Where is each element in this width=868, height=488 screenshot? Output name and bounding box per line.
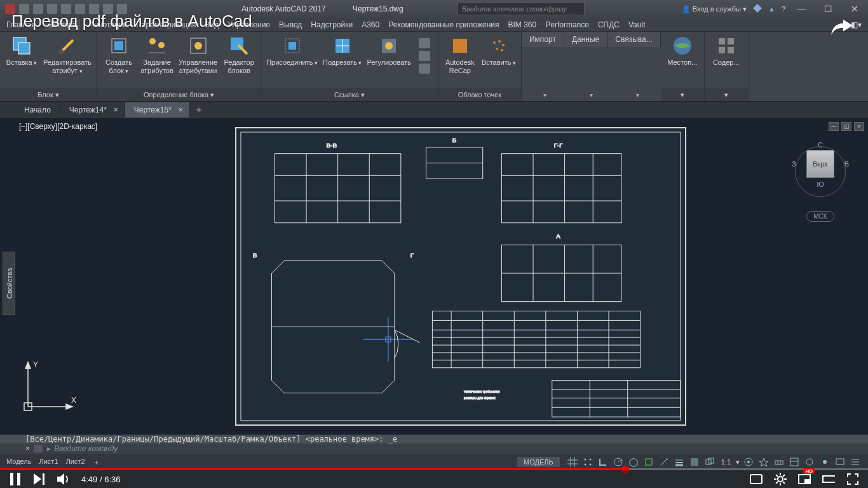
svg-point-3 <box>60 50 64 53</box>
close-button[interactable]: ✕ <box>841 0 868 18</box>
snap-grid-icon[interactable] <box>581 456 594 468</box>
tab-output[interactable]: Вывод <box>279 20 302 29</box>
adjust-button[interactable]: Регулировать <box>367 36 410 67</box>
svg-text:В-В: В-В <box>326 142 337 149</box>
properties-palette-tab[interactable]: Свойства <box>3 252 15 315</box>
tab-file-1[interactable]: Чертеж14*× <box>60 102 125 118</box>
vp-minimize-icon[interactable]: — <box>829 122 839 131</box>
transparency-icon[interactable] <box>688 456 701 468</box>
view-controls-label[interactable]: [–][Сверху][2D-каркас] <box>19 122 97 131</box>
layout-add[interactable]: ＋ <box>93 458 100 467</box>
cleanscreen-icon[interactable] <box>834 456 846 468</box>
layout-model[interactable]: Модель <box>6 458 31 467</box>
theater-icon[interactable] <box>822 473 835 485</box>
tab-bim360[interactable]: BIM 360 <box>508 20 537 29</box>
manage-attributes-button[interactable]: Управление атрибутами <box>179 36 217 75</box>
svg-rect-96 <box>646 459 652 465</box>
svg-rect-116 <box>10 473 13 485</box>
panel-cont-drop[interactable]: ▾ <box>705 88 748 101</box>
tab-vault[interactable]: Vault <box>628 20 645 29</box>
content-button[interactable]: Содер... <box>710 36 743 67</box>
exchange-icon[interactable] <box>753 4 762 14</box>
tab-link-drop[interactable]: ▾ <box>636 92 639 98</box>
quickprops-icon[interactable] <box>788 456 801 468</box>
annoscale-icon[interactable] <box>658 456 670 468</box>
tab-file-2[interactable]: Чертеж15*× <box>125 102 190 118</box>
isolate-icon[interactable] <box>818 456 831 468</box>
units-icon[interactable] <box>773 456 785 468</box>
workspace-icon[interactable] <box>742 456 755 468</box>
clip-button[interactable]: Подрезать <box>323 36 362 67</box>
close-icon[interactable]: × <box>114 105 118 114</box>
tab-add-button[interactable]: ＋ <box>190 104 208 116</box>
osnap-icon[interactable] <box>642 456 655 468</box>
panel-block-title[interactable]: Блок ▾ <box>0 88 97 101</box>
vp-maximize-icon[interactable]: ◱ <box>841 122 851 131</box>
ortho-icon[interactable] <box>597 456 609 468</box>
panel-def-title[interactable]: Определение блока ▾ <box>97 88 261 101</box>
ribbon-tab-link[interactable]: Связыва... <box>607 32 660 47</box>
ref-extras[interactable] <box>416 36 433 76</box>
maximize-button[interactable]: ☐ <box>815 0 841 18</box>
anno-monitor-icon[interactable] <box>757 456 770 468</box>
minimize-button[interactable]: — <box>788 0 815 18</box>
svg-line-128 <box>783 482 785 484</box>
tab-performance[interactable]: Performance <box>545 20 589 29</box>
recap-button[interactable]: Autodesk ReCap <box>444 36 477 75</box>
help-icon[interactable]: ? <box>782 5 785 13</box>
tab-featured[interactable]: Рекомендованные приложения <box>388 20 499 29</box>
block-editor-button[interactable]: Редактор блоков <box>222 36 255 75</box>
drawing-canvas[interactable]: [–][Сверху][2D-каркас] — ◱ × Свойства В-… <box>0 118 868 435</box>
location-button[interactable]: Местоп... <box>666 36 699 67</box>
vp-close-icon[interactable]: × <box>854 122 864 131</box>
tab-spds[interactable]: СПДС <box>598 20 620 29</box>
define-attributes-button[interactable]: Задание атрибутов <box>140 36 173 75</box>
model-space-button[interactable]: МОДЕЛЬ <box>517 457 560 467</box>
svg-point-9 <box>194 42 202 50</box>
ribbon-right-tabs: Импорт Данные Связыва... ▾ ▾ ▾ <box>522 32 661 101</box>
tab-addins[interactable]: Надстройки <box>311 20 353 29</box>
insert-pc-button[interactable]: Вставить <box>482 36 516 67</box>
share-icon[interactable] <box>831 18 853 38</box>
ribbon-tab-data[interactable]: Данные <box>564 32 607 47</box>
grid-icon[interactable] <box>566 456 579 468</box>
search-input[interactable]: Введите ключевое слово/фразу <box>458 3 585 15</box>
ribbon-tab-import[interactable]: Импорт <box>522 32 564 47</box>
close-icon[interactable]: × <box>179 105 183 114</box>
signin-button[interactable]: 👤 Вход в службы ▾ <box>682 5 747 13</box>
tab-import-drop[interactable]: ▾ <box>543 92 546 98</box>
tab-start[interactable]: Начало <box>15 102 60 118</box>
svg-rect-12 <box>288 42 296 50</box>
svg-rect-117 <box>17 473 20 485</box>
settings-icon[interactable] <box>774 473 787 485</box>
anno-scale-value[interactable]: 1:1 <box>719 458 733 466</box>
isodraft-icon[interactable] <box>627 456 640 468</box>
lineweight-icon[interactable] <box>673 456 686 468</box>
scale-drop-icon[interactable]: ▾ <box>736 458 740 466</box>
viewcube[interactable]: С З Верх В Ю МСК <box>792 141 849 222</box>
customize-icon[interactable] <box>849 456 862 468</box>
attach-button[interactable]: Присоединить <box>266 36 318 67</box>
pause-button[interactable] <box>9 473 22 485</box>
file-title: Чертеж15.dwg <box>353 4 403 13</box>
layout-sheet1[interactable]: Лист1 <box>39 458 58 467</box>
command-line[interactable]: × ▸ Введите команду <box>0 444 868 454</box>
tab-data-drop[interactable]: ▾ <box>590 92 593 98</box>
next-button[interactable] <box>33 473 46 485</box>
panel-ref-title[interactable]: Ссылка ▾ <box>261 88 438 101</box>
subtitles-icon[interactable] <box>750 473 763 485</box>
cycling-icon[interactable] <box>703 456 716 468</box>
hardware-accel-icon[interactable] <box>803 456 816 468</box>
insert-button[interactable]: Вставка <box>5 36 38 67</box>
miniplayer-icon[interactable] <box>798 473 811 485</box>
panel-loc-drop[interactable]: ▾ <box>661 88 704 101</box>
fullscreen-icon[interactable] <box>846 473 859 485</box>
tab-a360[interactable]: A360 <box>362 20 379 29</box>
layout-sheet2[interactable]: Лист2 <box>66 458 85 467</box>
viewcube-wcs[interactable]: МСК <box>806 211 834 222</box>
volume-icon[interactable] <box>57 473 70 485</box>
cmd-close-icon[interactable]: × <box>25 444 30 453</box>
create-block-button[interactable]: Создать блок <box>102 36 135 76</box>
edit-attribute-button[interactable]: Редактировать атрибут <box>43 36 92 76</box>
a360-icon[interactable]: ▲ <box>768 5 775 13</box>
